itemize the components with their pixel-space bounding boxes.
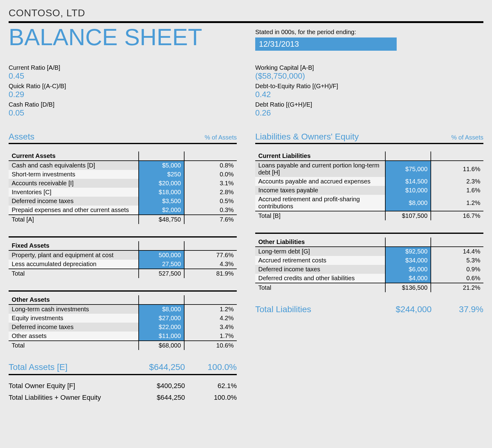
divider [9, 236, 237, 238]
row-label: Equity investments [9, 314, 139, 323]
table-row[interactable]: Long-term cash investments$8,0001.2% [9, 305, 237, 314]
total-label: Total [9, 341, 139, 350]
row-label: Long-term debt [G] [255, 247, 385, 256]
row-value[interactable]: $8,000 [385, 195, 431, 211]
row-label: Short-term investments [9, 170, 139, 179]
row-value[interactable]: $14,500 [385, 177, 431, 186]
group-title: Other Liabilities [255, 238, 385, 247]
table-row[interactable]: Prepaid expenses and other current asset… [9, 206, 237, 215]
finance-table: Fixed Assets Property, plant and equipme… [9, 241, 237, 278]
table-row[interactable]: Accounts receivable [I]$20,0003.1% [9, 179, 237, 188]
row-value[interactable]: $2,000 [139, 206, 184, 215]
row-value[interactable]: $3,500 [139, 197, 184, 206]
total-pct: 10.6% [184, 341, 237, 350]
row-label: Deferred income taxes [9, 197, 139, 206]
period-date[interactable]: 12/31/2013 [255, 37, 397, 51]
table-row[interactable]: Other assets$11,0001.7% [9, 332, 237, 341]
table-row[interactable]: Equity investments$27,0004.2% [9, 314, 237, 323]
row-label: Accrued retirement costs [255, 256, 385, 265]
row-pct: 1.6% [431, 186, 483, 195]
ratio-label: Current Ratio [A/B] [9, 64, 237, 71]
total-label: Total [255, 283, 385, 292]
row-value[interactable]: $92,500 [385, 247, 431, 256]
col-spacer [385, 238, 431, 247]
table-row[interactable]: Cash and cash equivalents [D]$5,0000.8% [9, 161, 237, 170]
row-pct: 0.5% [184, 197, 237, 206]
total-assets-value: $644,250 [141, 362, 191, 372]
total-pct: 21.2% [431, 283, 483, 292]
total-liabilities-label: Total Liabilities [255, 305, 387, 314]
total-assets-row: Total Assets [E] $644,250 100.0% [9, 359, 237, 375]
row-value[interactable]: $5,000 [139, 161, 184, 170]
table-row[interactable]: Short-term investments$2500.0% [9, 170, 237, 179]
row-pct: 0.3% [184, 206, 237, 215]
total-value: $107,500 [385, 211, 431, 220]
table-row[interactable]: Income taxes payable$10,0001.6% [255, 186, 483, 195]
row-pct: 14.4% [431, 247, 483, 256]
owner-equity-label: Total Owner Equity [F] [9, 382, 141, 390]
table-row[interactable]: Deferred income taxes$3,5000.5% [9, 197, 237, 206]
liab-owner-row: Total Liabilities + Owner Equity $644,25… [9, 392, 237, 403]
table-row[interactable]: Deferred income taxes$22,0003.4% [9, 323, 237, 332]
col-spacer [431, 238, 483, 247]
row-pct: 3.1% [184, 179, 237, 188]
row-pct: 5.3% [431, 256, 483, 265]
row-value[interactable]: $20,000 [139, 179, 184, 188]
row-pct: 1.7% [184, 332, 237, 341]
table-row[interactable]: Long-term debt [G]$92,50014.4% [255, 247, 483, 256]
row-label: Accounts receivable [I] [9, 179, 139, 188]
table-row[interactable]: Accrued retirement costs$34,0005.3% [255, 256, 483, 265]
row-value[interactable]: $27,000 [139, 314, 184, 323]
table-row[interactable]: Less accumulated depreciation27,5004.3% [9, 260, 237, 269]
pct-label: % of Assets [451, 134, 484, 141]
finance-table: Other Assets Long-term cash investments$… [9, 295, 237, 350]
assets-header: Assets % of Assets [9, 132, 237, 144]
row-value[interactable]: $10,000 [385, 186, 431, 195]
period-label: Stated in 000s, for the period ending: [255, 29, 483, 36]
assets-column: Assets % of Assets Current Assets Cash a… [9, 132, 237, 403]
table-row[interactable]: Accounts payable and accrued expenses$14… [255, 177, 483, 186]
total-row: Total527,50081.9% [9, 269, 237, 278]
ratio-label: Debt Ratio [(G+H)/E] [255, 101, 483, 108]
table-row[interactable]: Deferred income taxes$6,0000.9% [255, 265, 483, 274]
row-label: Property, plant and equipment at cost [9, 250, 139, 260]
row-value[interactable]: $6,000 [385, 265, 431, 274]
row-value[interactable]: $34,000 [385, 256, 431, 265]
row-value[interactable]: 500,000 [139, 250, 184, 260]
row-value[interactable]: 27,500 [139, 260, 184, 269]
total-row: Total [B]$107,50016.7% [255, 211, 483, 220]
total-assets-label: Total Assets [E] [9, 362, 141, 372]
col-spacer [431, 151, 483, 161]
group-title: Fixed Assets [9, 241, 139, 250]
ratio-value: 0.45 [9, 71, 237, 81]
row-pct: 2.3% [431, 177, 483, 186]
page-title: BALANCE SHEET [9, 24, 237, 50]
company-name: CONTOSO, LTD [9, 7, 483, 19]
row-value[interactable]: $11,000 [139, 332, 184, 341]
total-label: Total [B] [255, 211, 385, 220]
table-row[interactable]: Accrued retirement and profit-sharing co… [255, 195, 483, 211]
row-value[interactable]: $75,000 [385, 161, 431, 177]
row-pct: 0.9% [431, 265, 483, 274]
col-spacer [385, 151, 431, 161]
row-value[interactable]: $250 [139, 170, 184, 179]
total-value: $48,750 [139, 215, 184, 224]
table-row[interactable]: Inventories [C]$18,0002.8% [9, 188, 237, 197]
row-label: Deferred credits and other liabilities [255, 274, 385, 283]
total-label: Total [9, 269, 139, 278]
total-pct: 81.9% [184, 269, 237, 278]
ratio-value: 0.29 [9, 90, 237, 99]
row-value[interactable]: $4,000 [385, 274, 431, 283]
table-row[interactable]: Property, plant and equipment at cost500… [9, 250, 237, 260]
table-row[interactable]: Deferred credits and other liabilities$4… [255, 274, 483, 283]
row-value[interactable]: $8,000 [139, 305, 184, 314]
row-label: Loans payable and current portion long-t… [255, 161, 385, 177]
liabilities-column: Liabilities & Owners' Equity % of Assets… [255, 132, 483, 403]
row-value[interactable]: $18,000 [139, 188, 184, 197]
table-row[interactable]: Loans payable and current portion long-t… [255, 161, 483, 177]
row-pct: 1.2% [184, 305, 237, 314]
total-label: Total [A] [9, 215, 139, 224]
total-row: Total [A]$48,7507.6% [9, 215, 237, 224]
row-pct: 4.3% [184, 260, 237, 269]
row-value[interactable]: $22,000 [139, 323, 184, 332]
